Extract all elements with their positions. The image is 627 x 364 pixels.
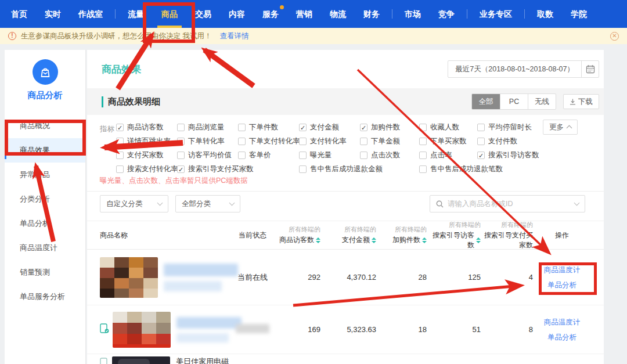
metric-checkbox[interactable]: 曝光量 [299, 150, 332, 160]
more-button[interactable]: 更多 [543, 120, 578, 135]
divider [87, 191, 604, 192]
download-button[interactable]: 下载 [563, 94, 599, 109]
col-header-product-name: 商品名称 [100, 230, 235, 240]
search-buyers-cell: 8 [481, 325, 533, 334]
single-analysis-link[interactable]: 单品分析 [533, 277, 591, 293]
metric-checkbox[interactable]: 售中售后成功退款金额 [299, 164, 383, 174]
single-analysis-link[interactable]: 单品分析 [533, 330, 591, 345]
metric-checkbox[interactable]: 下单金额 [360, 136, 400, 146]
pc-data-note: 曝光量、点击次数、点击率暂只提供PC端数据 [100, 176, 248, 186]
nav-item-warroom[interactable]: 作战室 [70, 0, 111, 28]
nav-item-product[interactable]: 商品 [153, 0, 186, 28]
metric-checkbox[interactable]: 搜索引导访客数 [477, 150, 539, 160]
metric-label: 搜索引导访客数 [488, 150, 539, 160]
col-header-cart[interactable]: 所有终端的 加购件数 [376, 225, 427, 245]
nav-item-home[interactable]: 首页 [2, 0, 36, 28]
metric-checkbox[interactable]: 点击率 [419, 150, 452, 160]
nav-item-finance[interactable]: 财务 [355, 0, 388, 28]
col-header-visitors[interactable]: 所有终端的 商品访客数 [270, 225, 320, 245]
custom-category-select[interactable]: 自定义分类 [100, 195, 168, 212]
checkbox-icon [177, 124, 185, 131]
search-icon [436, 200, 444, 208]
payment-cell: 5,323.63 [320, 325, 376, 334]
nav-item-trade[interactable]: 交易 [186, 0, 220, 28]
col-header-search-visitors[interactable]: 所有终端的 搜索引导访客数 [427, 221, 481, 250]
nav-item-realtime[interactable]: 实时 [36, 0, 70, 28]
nav-item-market[interactable]: 市场 [396, 0, 430, 28]
visitors-cell: 169 [270, 325, 320, 334]
device-icon [100, 358, 109, 364]
nav-item-compete[interactable]: 竞争 [430, 0, 463, 28]
metric-label: 客单价 [249, 150, 271, 160]
metric-checkbox[interactable]: 支付买家数 [116, 150, 164, 160]
thermometer-link[interactable]: 商品温度计 [533, 262, 591, 277]
chevron-up-icon [567, 125, 572, 131]
metric-checkbox[interactable]: 收藏人数 [419, 122, 459, 132]
notice-detail-link[interactable]: 查看详情 [219, 31, 248, 41]
date-range-picker[interactable]: 最近7天（2018-08-01~2018-08-07） [448, 60, 599, 78]
nav-item-bizzone[interactable]: 业务专区 [471, 0, 521, 28]
sort-icon[interactable] [372, 237, 376, 243]
product-cell[interactable]: 美日佳家用电磁炉5000W凹面大… [100, 356, 235, 364]
metric-checkbox[interactable]: 点击次数 [360, 150, 400, 160]
sort-icon[interactable] [316, 237, 320, 243]
all-category-select[interactable]: 全部分类 [175, 195, 240, 212]
nav-item-logistics[interactable]: 物流 [321, 0, 355, 28]
product-table: 商品名称 当前状态 所有终端的 商品访客数 所有终端的 支付金额 所有终端的 加… [87, 221, 604, 364]
nav-item-marketing[interactable]: 营销 [287, 0, 321, 28]
metric-checkbox[interactable]: 下单转化率 [177, 136, 225, 146]
metric-checkbox[interactable]: 商品浏览量 [177, 122, 225, 132]
checkbox-icon [299, 124, 307, 131]
metric-checkbox[interactable]: 平均停留时长 [477, 122, 532, 132]
sidebar-item-product-effect[interactable]: 商品效果 [5, 138, 85, 163]
nav-item-content[interactable]: 内容 [220, 0, 254, 28]
metric-checkbox[interactable]: 加购件数 [360, 122, 400, 132]
metric-checkbox[interactable]: 支付金额 [299, 122, 339, 132]
col-group-label: 所有终端的 [376, 225, 427, 234]
product-cell[interactable] [100, 257, 235, 298]
product-cell[interactable] [100, 312, 235, 348]
calendar-icon[interactable] [581, 61, 599, 77]
metric-checkbox[interactable]: 下单支付转化率 [238, 136, 300, 146]
sidebar-item-category-analysis[interactable]: 分类分析 [5, 187, 85, 211]
product-name[interactable]: 美日佳家用电磁炉5000W凹面大… [176, 356, 235, 364]
table-header-row: 商品名称 当前状态 所有终端的 商品访客数 所有终端的 支付金额 所有终端的 加… [87, 221, 604, 250]
close-icon[interactable]: ✕ [610, 32, 619, 41]
metric-checkbox[interactable]: 下单件数 [238, 122, 278, 132]
metric-checkbox[interactable]: 搜索引导支付买家数 [177, 164, 254, 174]
metric-checkbox[interactable]: 客单价 [238, 150, 271, 160]
tab-wireless[interactable]: 无线 [528, 94, 556, 109]
chevron-down-icon [574, 200, 580, 206]
metric-checkbox[interactable]: 商品访客数 [116, 122, 164, 132]
col-header-search-buyers[interactable]: 所有终端的 搜索引导支付买家数 [481, 221, 533, 250]
sidebar-item-product-overview[interactable]: 商品概况 [5, 114, 85, 138]
sidebar-item-single-product-analysis[interactable]: 单品分析 [5, 211, 85, 236]
product-image [112, 356, 170, 364]
sidebar-item-single-product-service[interactable]: 单品服务分析 [5, 284, 85, 309]
thermometer-link[interactable]: 商品温度计 [533, 315, 591, 330]
col-header-payment[interactable]: 所有终端的 支付金额 [320, 225, 376, 245]
tab-all[interactable]: 全部 [472, 94, 500, 109]
metric-checkbox[interactable]: 售中售后成功退款笔数 [419, 164, 503, 174]
nav-item-service[interactable]: 服务 [254, 0, 287, 28]
chevron-down-icon [229, 200, 235, 206]
checkbox-icon [177, 138, 185, 145]
sidebar-item-product-thermometer[interactable]: 商品温度计 [5, 236, 85, 260]
search-input[interactable] [448, 200, 575, 208]
checkbox-icon [360, 124, 367, 131]
nav-item-academy[interactable]: 学院 [562, 0, 596, 28]
sort-icon[interactable] [422, 237, 427, 243]
metric-checkbox[interactable]: 支付转化率 [299, 136, 347, 146]
metric-checkbox[interactable]: 下单买家数 [419, 136, 467, 146]
nav-item-traffic[interactable]: 流量 [119, 0, 153, 28]
metric-checkbox[interactable]: 详情页跳出率 [116, 136, 171, 146]
nav-item-data[interactable]: 取数 [528, 0, 562, 28]
tab-pc[interactable]: PC [500, 94, 528, 109]
metric-checkbox[interactable]: 搜索支付转化率 [116, 164, 178, 174]
metric-checkbox[interactable]: 支付件数 [477, 136, 517, 146]
metric-checkbox[interactable]: 访客平均价值 [177, 150, 232, 160]
sidebar-item-abnormal-product[interactable]: 异常商品 [5, 163, 85, 187]
sidebar-item-sales-forecast[interactable]: 销量预测 [5, 260, 85, 284]
sort-icon[interactable] [476, 237, 481, 243]
metric-label: 平均停留时长 [488, 122, 532, 132]
